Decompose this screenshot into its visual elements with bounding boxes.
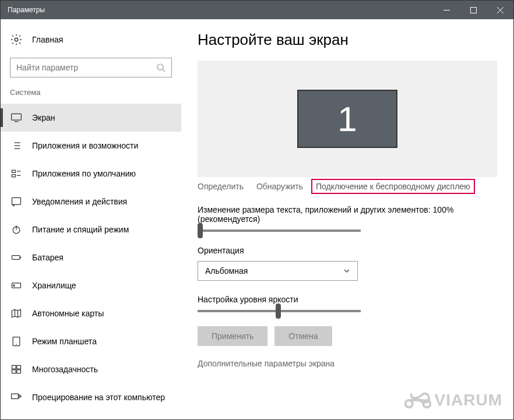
sidebar-item-default-apps[interactable]: Приложения по умолчанию [1, 160, 181, 188]
map-icon [10, 307, 23, 320]
main-panel: Настройте ваш экран 1 Определить Обнаруж… [181, 19, 513, 419]
display-links: Определить Обнаружить Подключение к бесп… [198, 182, 497, 191]
svg-point-5 [157, 64, 163, 70]
sidebar-item-label: Режим планшета [32, 337, 97, 346]
minimize-button[interactable] [433, 1, 460, 19]
svg-point-25 [13, 285, 15, 287]
svg-rect-30 [12, 365, 16, 369]
svg-rect-1 [470, 7, 476, 13]
monitor-preview[interactable]: 1 [198, 61, 497, 177]
sidebar: Главная Система Экран Приложения и возмо… [1, 19, 181, 419]
svg-rect-7 [12, 114, 22, 120]
home-label: Главная [32, 35, 63, 44]
sidebar-item-label: Батарея [32, 253, 64, 262]
project-icon [10, 391, 23, 404]
sidebar-item-label: Автономные карты [32, 309, 104, 318]
scale-label: Изменение размера текста, приложений и д… [198, 205, 497, 224]
wireless-display-link[interactable]: Подключение к беспроводному дисплею [311, 179, 475, 194]
brightness-label: Настройка уровня яркости [198, 295, 497, 304]
detect-link[interactable]: Обнаружить [256, 182, 303, 191]
notification-icon [10, 195, 23, 208]
chevron-down-icon [343, 267, 350, 274]
sidebar-item-power-sleep[interactable]: Питание и спящий режим [1, 216, 181, 243]
svg-rect-15 [12, 170, 16, 172]
apply-button[interactable]: Применить [198, 326, 267, 346]
svg-rect-32 [12, 370, 16, 373]
svg-line-6 [163, 69, 165, 72]
search-icon [156, 63, 166, 72]
sidebar-item-notifications[interactable]: Уведомления и действия [1, 188, 181, 216]
category-label: Система [1, 88, 181, 104]
svg-point-4 [15, 38, 18, 41]
close-button[interactable] [487, 1, 513, 19]
svg-rect-34 [12, 394, 19, 398]
sidebar-item-projecting[interactable]: Проецирование на этот компьютер [1, 383, 181, 411]
svg-rect-31 [17, 365, 21, 369]
sidebar-item-offline-maps[interactable]: Автономные карты [1, 299, 181, 327]
home-button[interactable]: Главная [1, 29, 181, 51]
power-icon [10, 223, 23, 236]
sidebar-item-tablet-mode[interactable]: Режим планшета [1, 327, 181, 355]
sidebar-item-label: Многозадачность [32, 365, 98, 374]
display-icon [10, 111, 23, 124]
svg-rect-19 [12, 197, 21, 204]
sidebar-item-storage[interactable]: Хранилище [1, 271, 181, 299]
sidebar-item-label: Питание и спящий режим [32, 225, 129, 234]
sidebar-item-label: Приложения по умолчанию [32, 169, 136, 178]
battery-icon [10, 251, 23, 264]
sidebar-item-multitasking[interactable]: Многозадачность [1, 355, 181, 383]
svg-rect-22 [12, 256, 20, 260]
sidebar-item-label: Приложения и возможности [32, 141, 138, 150]
identify-link[interactable]: Определить [198, 182, 244, 191]
search-input[interactable] [16, 63, 156, 72]
orientation-value: Альбомная [205, 266, 248, 276]
scale-slider[interactable] [198, 230, 361, 232]
monitor-1[interactable]: 1 [297, 90, 397, 148]
sidebar-item-label: Экран [32, 113, 55, 122]
orientation-dropdown[interactable]: Альбомная [198, 261, 358, 281]
orientation-label: Ориентация [198, 246, 497, 255]
window-title: Параметры [8, 6, 433, 14]
window-controls [433, 1, 513, 19]
gear-icon [10, 33, 23, 46]
defaults-icon [10, 167, 23, 180]
svg-rect-16 [12, 175, 16, 177]
sidebar-item-label: Уведомления и действия [32, 197, 127, 206]
multitask-icon [10, 363, 23, 376]
button-row: Применить Отмена [198, 326, 497, 346]
advanced-settings-link[interactable]: Дополнительные параметры экрана [198, 359, 497, 368]
cancel-button[interactable]: Отмена [274, 326, 332, 346]
sidebar-item-battery[interactable]: Батарея [1, 243, 181, 271]
sidebar-item-display[interactable]: Экран [1, 104, 181, 132]
sidebar-item-label: Хранилище [32, 281, 76, 290]
titlebar: Параметры [1, 1, 513, 19]
maximize-button[interactable] [460, 1, 487, 19]
svg-rect-33 [17, 370, 21, 373]
page-title: Настройте ваш экран [198, 31, 497, 49]
tablet-icon [10, 335, 23, 348]
storage-icon [10, 279, 23, 292]
sidebar-item-label: Проецирование на этот компьютер [32, 393, 165, 402]
brightness-slider[interactable] [198, 310, 361, 312]
list-icon [10, 139, 23, 152]
sidebar-item-apps-features[interactable]: Приложения и возможности [1, 132, 181, 160]
search-box[interactable] [10, 58, 172, 77]
